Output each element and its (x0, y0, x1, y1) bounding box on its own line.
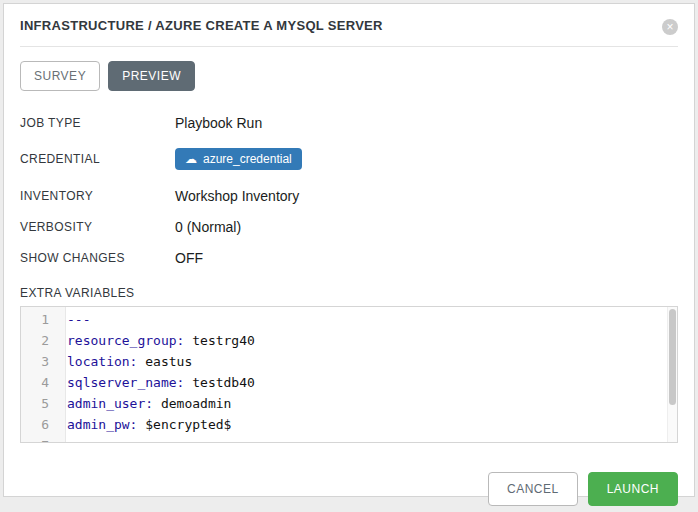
code-line: 2resource_group: testrg40 (21, 330, 677, 351)
cancel-button[interactable]: CANCEL (488, 472, 578, 506)
extra-variables-label: EXTRA VARIABLES (20, 286, 678, 300)
cloud-icon: ☁ (185, 153, 197, 165)
line-number: 3 (21, 351, 57, 372)
line-number: 5 (21, 393, 57, 414)
job-preview-modal: INFRASTRUCTURE / AZURE CREATE A MYSQL SE… (3, 3, 695, 497)
detail-row-inventory: INVENTORY Workshop Inventory (20, 180, 678, 211)
code-text: resource_group: testrg40 (57, 330, 255, 351)
job-type-label: JOB TYPE (20, 116, 175, 130)
code-text: admin_user: demoadmin (57, 393, 231, 414)
code-text: --- (57, 309, 90, 330)
code-text: sqlserver_name: testdb40 (57, 372, 255, 393)
code-line: 4sqlserver_name: testdb40 (21, 372, 677, 393)
line-number: 7 (21, 435, 57, 443)
page-title: INFRASTRUCTURE / AZURE CREATE A MYSQL SE… (20, 18, 383, 33)
code-line: 6admin_pw: $encrypted$ (21, 414, 677, 435)
code-text: location: eastus (57, 351, 192, 372)
tab-survey[interactable]: SURVEY (20, 61, 100, 91)
code-text: admin_pw: $encrypted$ (57, 414, 231, 435)
line-number: 2 (21, 330, 57, 351)
close-icon[interactable]: × (662, 19, 678, 35)
detail-row-credential: CREDENTIAL ☁ azure_credential (20, 138, 678, 180)
line-number: 1 (21, 309, 57, 330)
line-number: 6 (21, 414, 57, 435)
scrollbar-thumb[interactable] (669, 309, 676, 405)
show-changes-label: SHOW CHANGES (20, 251, 175, 265)
modal-header: INFRASTRUCTURE / AZURE CREATE A MYSQL SE… (20, 18, 678, 47)
inventory-value: Workshop Inventory (175, 188, 299, 204)
job-type-value: Playbook Run (175, 115, 262, 131)
tab-bar: SURVEY PREVIEW (20, 61, 678, 91)
code-line: 3location: eastus (21, 351, 677, 372)
line-number: 4 (21, 372, 57, 393)
credential-value: ☁ azure_credential (175, 148, 302, 170)
code-line: 7 (21, 435, 677, 443)
verbosity-label: VERBOSITY (20, 220, 175, 234)
credential-badge-label: azure_credential (203, 152, 292, 166)
detail-row-job-type: JOB TYPE Playbook Run (20, 107, 678, 138)
code-text (57, 435, 67, 443)
code-line: 5admin_user: demoadmin (21, 393, 677, 414)
detail-row-verbosity: VERBOSITY 0 (Normal) (20, 211, 678, 242)
modal-footer: CANCEL LAUNCH (20, 472, 678, 506)
job-details: JOB TYPE Playbook Run CREDENTIAL ☁ azure… (20, 107, 678, 273)
credential-badge[interactable]: ☁ azure_credential (175, 148, 302, 170)
tab-preview[interactable]: PREVIEW (108, 61, 195, 91)
extra-variables-editor[interactable]: 1---2resource_group: testrg403location: … (20, 306, 678, 443)
code-lines: 1---2resource_group: testrg403location: … (21, 307, 677, 443)
show-changes-value: OFF (175, 250, 203, 266)
launch-button[interactable]: LAUNCH (588, 472, 678, 506)
code-line: 1--- (21, 309, 677, 330)
detail-row-show-changes: SHOW CHANGES OFF (20, 242, 678, 273)
editor-vertical-scrollbar[interactable] (667, 307, 677, 442)
credential-label: CREDENTIAL (20, 152, 175, 166)
inventory-label: INVENTORY (20, 189, 175, 203)
verbosity-value: 0 (Normal) (175, 219, 241, 235)
